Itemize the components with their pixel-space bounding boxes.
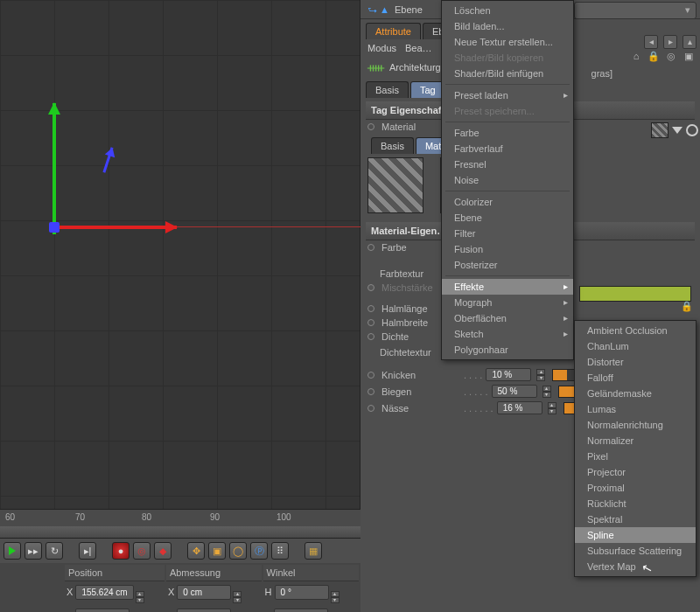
menu-item[interactable]: Fusion <box>442 241 573 257</box>
menu-item[interactable]: Farbverlauf <box>442 141 573 156</box>
prop-naesse-label: Nässe <box>382 403 460 414</box>
material-name-label: gras] <box>592 68 612 79</box>
menu-item[interactable]: Neue Textur erstellen... <box>442 34 573 50</box>
prop-knicken-label: Knicken <box>382 370 460 380</box>
keyframe-button[interactable]: ◆ <box>154 542 172 560</box>
menu-item[interactable]: Farbe <box>442 125 573 141</box>
size-x-field[interactable]: 0 cm <box>177 585 231 600</box>
menu-item[interactable]: Lumas <box>575 401 696 417</box>
play-button[interactable] <box>4 542 21 560</box>
render-frame-button[interactable]: ▦ <box>304 542 322 560</box>
tab-basis2[interactable]: Basis <box>371 137 414 154</box>
knicken-field[interactable]: 10 % <box>486 368 531 381</box>
loop-button[interactable]: ↻ <box>46 542 63 560</box>
menu-item[interactable]: Löschen <box>442 3 573 18</box>
menu-item[interactable]: Bild laden... <box>442 18 573 34</box>
menu-item: Preset speichern... <box>442 103 573 119</box>
menu-item[interactable]: Filter <box>442 226 573 241</box>
tool-move-button[interactable]: ✥ <box>187 542 205 560</box>
tool-param-button[interactable]: Ⓟ <box>250 542 268 560</box>
color-swatch-field[interactable] <box>579 286 691 302</box>
ruler-tick: 60 <box>5 512 15 522</box>
ruler-tick: 70 <box>75 512 85 522</box>
link-icon[interactable] <box>686 124 698 136</box>
target-icon[interactable]: ◎ <box>665 51 677 62</box>
viewport-3d[interactable] <box>0 0 360 509</box>
nav-prev-icon[interactable]: ◂ <box>644 35 658 49</box>
menu-item[interactable]: ChanLum <box>575 338 696 354</box>
axis-origin-handle[interactable] <box>49 222 60 233</box>
effekte-submenu[interactable]: Ambient OcclusionChanLumDistorterFalloff… <box>574 320 696 577</box>
col-winkel: Winkel <box>263 565 359 581</box>
tool-rotate-button[interactable]: ◯ <box>229 542 247 560</box>
menu-item[interactable]: Mograph <box>442 295 573 310</box>
axis-label: H <box>265 587 272 597</box>
step-forward-button[interactable]: ▸▸ <box>24 542 42 560</box>
ruler-tick: 90 <box>210 512 220 522</box>
menu-item[interactable]: Projector <box>575 464 696 480</box>
tool-scale-button[interactable]: ▣ <box>208 542 226 560</box>
menu-item[interactable]: Posterizer <box>442 257 573 273</box>
material-preview-hatch[interactable] <box>368 157 424 213</box>
prop-biegen-label: Biegen <box>382 386 460 397</box>
menu-item[interactable]: Subsurface Scattering <box>575 543 696 559</box>
menu-item[interactable]: Normalenrichtung <box>575 417 696 433</box>
menu-item[interactable]: Oberflächen <box>442 310 573 326</box>
axis-x-arrow[interactable] <box>54 226 177 229</box>
new-icon[interactable]: ▣ <box>682 51 695 62</box>
panel-nav-icons: ◂ ▸ ▴ <box>644 35 696 49</box>
tab-attribute[interactable]: Attribute <box>366 23 421 39</box>
biegen-field[interactable]: 50 % <box>492 385 537 398</box>
home-icon[interactable]: ⌂ <box>630 51 642 62</box>
layout-dropdown[interactable] <box>574 2 696 19</box>
layer-icon: ⮑ ▲ <box>368 4 389 15</box>
menu-item[interactable]: Noise <box>442 172 573 188</box>
menu-item[interactable]: Normalizer <box>575 433 696 449</box>
axis-y-arrow[interactable] <box>52 103 56 234</box>
menu-item[interactable]: Spline <box>575 527 696 543</box>
menu-item[interactable]: Distorter <box>575 354 696 370</box>
menu-item[interactable]: Fresnel <box>442 156 573 172</box>
ruler-tick: 100 <box>276 512 291 522</box>
menu-item[interactable]: Spektral <box>575 511 696 527</box>
tab-tag[interactable]: Tag <box>410 81 445 98</box>
menu-item[interactable]: Polygonhaar <box>442 342 573 358</box>
nav-up-icon[interactable]: ▴ <box>682 35 696 49</box>
menu-item[interactable]: Pixel <box>575 449 696 464</box>
rot-p-field[interactable]: 0 ° <box>274 609 328 612</box>
shader-context-menu[interactable]: LöschenBild laden...Neue Textur erstelle… <box>441 0 574 360</box>
menu-item[interactable]: Ebene <box>442 210 573 226</box>
tool-points-button[interactable]: ⠿ <box>271 542 289 560</box>
menu-item[interactable]: Vertex Map <box>575 559 696 574</box>
menu-item[interactable]: Proximal <box>575 480 696 496</box>
object-name: Ebene <box>395 4 423 15</box>
timeline-ruler[interactable]: 60 70 80 90 100 <box>0 509 360 526</box>
col-position: Position <box>65 565 164 581</box>
menu-item[interactable]: Rücklicht <box>575 496 696 511</box>
lock-small-icon[interactable]: 🔒 <box>681 301 693 312</box>
menu-item[interactable]: Geländemaske <box>575 386 696 401</box>
position-y-field[interactable]: 0 cm <box>75 609 130 612</box>
record-button[interactable]: ● <box>112 542 130 560</box>
rot-h-field[interactable]: 0 ° <box>275 585 329 600</box>
menu-modus[interactable]: Modus <box>368 43 396 53</box>
material-swatch[interactable] <box>651 122 668 138</box>
position-x-field[interactable]: 155.624 cm <box>75 585 133 600</box>
menu-item[interactable]: Ambient Occlusion <box>575 323 696 338</box>
lock-icon[interactable]: 🔒 <box>648 51 660 62</box>
timeline-track[interactable] <box>0 526 360 539</box>
menu-item[interactable]: Effekte <box>442 279 573 295</box>
menu-item[interactable]: Colorizer <box>442 194 573 210</box>
menu-item[interactable]: Shader/Bild einfügen <box>442 66 573 81</box>
menu-item[interactable]: Preset laden <box>442 87 573 103</box>
menu-item[interactable]: Sketch <box>442 326 573 342</box>
menu-item[interactable]: Falloff <box>575 370 696 386</box>
dropdown-icon[interactable] <box>672 127 682 134</box>
autokey-button[interactable]: ◎ <box>133 542 150 560</box>
nav-next-icon[interactable]: ▸ <box>663 35 677 49</box>
goto-end-button[interactable]: ▸| <box>79 542 96 560</box>
naesse-field[interactable]: 16 % <box>497 401 542 414</box>
tab-basis[interactable]: Basis <box>366 81 409 98</box>
menu-bearbeiten[interactable]: Bea… <box>405 43 432 53</box>
size-y-field[interactable]: 0 cm <box>177 609 231 612</box>
